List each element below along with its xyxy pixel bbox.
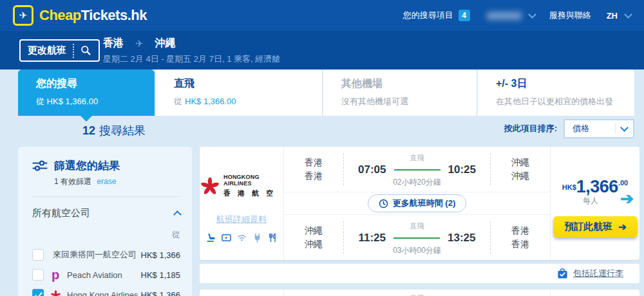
airlines-section-title: 所有航空公司 <box>32 207 175 219</box>
more-times-row: 更多航班時間 (2) <box>284 192 550 215</box>
change-flight-button[interactable]: 更改航班 <box>19 39 100 62</box>
stop-type-label: 直飛 <box>410 153 424 163</box>
search-items-count-badge: 4 <box>459 10 470 21</box>
search-icon <box>80 45 91 56</box>
airline-name-en: HONGKONG AIRLINES <box>223 174 283 187</box>
sort-selected-value: 價格 <box>573 123 615 134</box>
active-filters-count: 1 有效篩選 <box>54 177 91 186</box>
nav-services[interactable]: 服務與聯絡 <box>549 10 591 21</box>
from-column-header: 從 <box>32 229 180 241</box>
arrival-time: 10:25 <box>448 163 476 176</box>
filter-option-price: HK$ 1,366 <box>141 250 180 260</box>
filter-option-hong-kong-airlines[interactable]: Hong Kong Airlines HK$ 1,366 <box>32 289 180 296</box>
checkbox-checked[interactable] <box>32 289 44 296</box>
checkbox-unchecked[interactable] <box>32 269 44 281</box>
change-flight-label: 更改航班 <box>28 44 66 57</box>
arrival-city: 香港 <box>491 224 550 237</box>
departure-city: 沖繩 <box>284 224 343 237</box>
next-card-price-column <box>550 290 639 296</box>
per-person-label: 每人 <box>551 196 630 207</box>
departure-airport: 沖繩 <box>284 237 343 251</box>
flight-legs-column: 香港 香港 直飛 07:05 10:25 02小時20分鐘 沖繩 沖繩 <box>283 147 551 260</box>
erase-filters-link[interactable]: erase <box>97 177 116 186</box>
tab-from-label: 從 <box>174 97 182 106</box>
peach-aviation-logo: p <box>52 269 59 281</box>
search-summary-band: 更改航班 香港 ✈ 沖繩 星期二 2月 4日 - 星期五 2月 7日, 1 乘客… <box>0 31 644 69</box>
tab-title: 其他機場 <box>341 77 477 91</box>
tab-your-search[interactable]: 您的搜尋 從 HK$ 1,366.00 <box>18 69 155 116</box>
airline-name-zh: 香 港 航 空 <box>223 189 283 198</box>
tab-direct-flights[interactable]: 直飛 從HK$ 1,366.00 <box>156 69 322 116</box>
tab-subtitle: 在其他日子以更相宜的價格出發 <box>496 96 634 107</box>
destination-city: 沖繩 <box>155 37 176 50</box>
brand-name-first: Cheap <box>39 7 81 23</box>
book-flight-button[interactable]: 預訂此航班 ➔ <box>553 216 638 237</box>
price-column: HK$ 1,366 .00 每人 ➔ 預訂此航班 ➔ <box>551 147 639 260</box>
nav-search-items[interactable]: 您的搜尋項目 <box>403 10 453 21</box>
results-count: 12 <box>82 124 95 137</box>
departure-time: 11:25 <box>358 232 386 245</box>
button-divider <box>73 44 74 58</box>
airplane-logo-icon: ✈ <box>13 5 33 26</box>
filter-option-price: HK$ 1,366 <box>141 290 180 296</box>
return-leg: 沖繩 沖繩 直飛 11:25 13:25 03小時00分鐘 香港 香港 <box>284 215 550 260</box>
select-divider <box>615 124 616 134</box>
filters-sidebar: 篩選您的結果 1 有效篩選 erase 所有航空公司 從 來回乘搭同一航空公司 … <box>18 147 192 296</box>
flight-path-line <box>393 237 440 239</box>
tab-subtitle: 沒有其他機場可選 <box>341 96 477 107</box>
chevron-down-icon <box>620 124 629 132</box>
search-results-page: ✈ CheapTickets.hk 您的搜尋項目 4 服務與聯絡 ZH 更改航班… <box>0 0 644 296</box>
entertainment-icon <box>222 233 231 243</box>
book-flight-label: 預訂此航班 <box>564 221 612 233</box>
chevron-up-icon <box>173 210 182 219</box>
departure-city: 香港 <box>284 156 343 169</box>
baggage-included-link[interactable]: 包括託運行李 <box>573 268 623 279</box>
tab-other-airports[interactable]: 其他機場 沒有其他機場可選 <box>323 69 477 116</box>
meal-icon <box>268 233 278 243</box>
arrival-time: 13:25 <box>448 232 475 245</box>
tab-title: 直飛 <box>174 77 322 91</box>
more-flight-times-button[interactable]: 更多航班時間 (2) <box>368 194 467 212</box>
hong-kong-airlines-logo <box>44 290 67 296</box>
next-flight-card-preview: 直飛 <box>200 290 639 296</box>
top-bar: ✈ CheapTickets.hk 您的搜尋項目 4 服務與聯絡 ZH <box>0 0 644 31</box>
arrow-right-icon: ➔ <box>618 221 627 233</box>
filters-title: 篩選您的結果 <box>54 158 120 173</box>
user-account-menu[interactable] <box>487 12 522 20</box>
clock-icon <box>379 199 388 208</box>
departure-airport: 香港 <box>284 169 343 183</box>
flight-details-link[interactable]: 航班詳細資料 <box>216 214 267 225</box>
language-selector[interactable]: ZH <box>607 11 618 21</box>
flight-result-card: HONGKONG AIRLINES 香 港 航 空 航班詳細資料 <box>200 147 639 260</box>
seat-icon <box>206 233 216 243</box>
filter-option-label: Peach Aviation <box>67 270 122 280</box>
select-flight-arrow-icon[interactable]: ➔ <box>620 189 634 208</box>
filter-option-label: 來回乘搭同一航空公司 <box>53 249 137 261</box>
results-count-heading: 12搜尋結果 <box>82 123 146 138</box>
brand-name: CheapTickets.hk <box>39 7 147 24</box>
filter-option-peach-aviation[interactable]: p Peach Aviation HK$ 1,185 <box>32 269 180 281</box>
next-card-airline-column <box>200 290 284 296</box>
sort-select[interactable]: 價格 <box>564 119 634 138</box>
stop-type-label: 直飛 <box>410 221 424 231</box>
filter-option-same-airline[interactable]: 來回乘搭同一航空公司 HK$ 1,366 <box>32 249 180 261</box>
hong-kong-airlines-logo <box>200 176 220 196</box>
price-amount: 1,366 <box>576 178 618 196</box>
tab-plus-minus-days[interactable]: +/- 3日 在其他日子以更相宜的價格出發 <box>478 69 634 116</box>
airline-identity: HONGKONG AIRLINES 香 港 航 空 <box>200 174 283 198</box>
departure-time: 07:05 <box>358 163 386 176</box>
origin-city: 香港 <box>103 37 124 50</box>
wifi-icon <box>237 233 247 243</box>
chevron-down-icon <box>528 10 536 19</box>
brand-logo[interactable]: ✈ CheapTickets.hk <box>13 5 147 26</box>
tab-price: HK$ 1,366.00 <box>185 97 236 106</box>
airplane-icon: ✈ <box>135 38 144 50</box>
trip-summary: 香港 ✈ 沖繩 星期二 2月 4日 - 星期五 2月 7日, 1 乘客, 經濟艙 <box>103 37 280 65</box>
filter-option-label: Hong Kong Airlines <box>67 290 138 296</box>
top-nav: 您的搜尋項目 4 服務與聯絡 ZH <box>395 10 631 21</box>
tab-title: 您的搜尋 <box>36 77 155 91</box>
power-icon <box>252 233 262 243</box>
checkbox-unchecked[interactable] <box>32 249 44 261</box>
airlines-section-header[interactable]: 所有航空公司 <box>32 207 180 219</box>
price-currency: HK$ <box>562 183 576 191</box>
